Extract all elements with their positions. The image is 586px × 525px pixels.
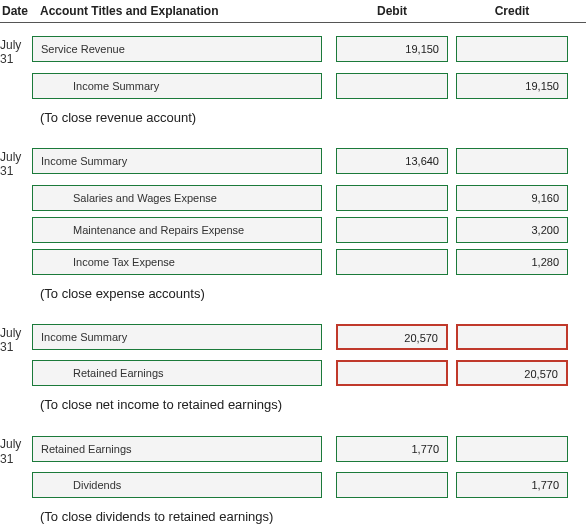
credit-cell	[452, 436, 572, 462]
debit-cell	[332, 249, 452, 275]
debit-input[interactable]: 19,150	[336, 36, 448, 62]
credit-cell: 9,160	[452, 185, 572, 211]
credit-cell	[452, 36, 572, 62]
debit-input[interactable]	[336, 73, 448, 99]
credit-cell: 19,150	[452, 73, 572, 99]
debit-input[interactable]: 1,770	[336, 436, 448, 462]
account-title-input[interactable]: Income Summary	[32, 73, 322, 99]
journal-line: Retained Earnings20,570	[0, 357, 586, 389]
entry-caption: (To close revenue account)	[0, 102, 586, 135]
date-cell	[0, 472, 32, 478]
debit-input[interactable]: 20,570	[336, 324, 448, 350]
debit-cell	[332, 472, 452, 498]
credit-input[interactable]: 1,770	[456, 472, 568, 498]
account-title-input[interactable]: Income Summary	[32, 148, 322, 174]
journal-line: Income Tax Expense1,280	[0, 246, 586, 278]
entry-group: July31Income Summary20,570Retained Earni…	[0, 311, 586, 423]
header-account: Account Titles and Explanation	[32, 4, 332, 18]
journal-line: Income Summary19,150	[0, 70, 586, 102]
header-debit: Debit	[332, 4, 452, 18]
entry-group: July31Retained Earnings1,770Dividends1,7…	[0, 422, 586, 525]
credit-cell: 3,200	[452, 217, 572, 243]
debit-cell	[332, 185, 452, 211]
journal-line: Salaries and Wages Expense9,160	[0, 182, 586, 214]
credit-input[interactable]: 20,570	[456, 360, 568, 386]
entry-caption: (To close expense accounts)	[0, 278, 586, 311]
date-cell: July31	[0, 431, 32, 466]
debit-cell: 20,570	[332, 324, 452, 350]
credit-cell: 20,570	[452, 360, 572, 386]
date-cell: July31	[0, 32, 32, 67]
account-title-input[interactable]: Service Revenue	[32, 36, 322, 62]
debit-input[interactable]	[336, 217, 448, 243]
credit-cell	[452, 324, 572, 350]
account-title-input[interactable]: Maintenance and Repairs Expense	[32, 217, 322, 243]
entry-group: July31Service Revenue19,150Income Summar…	[0, 23, 586, 135]
account-title-input[interactable]: Salaries and Wages Expense	[32, 185, 322, 211]
account-title-input[interactable]: Retained Earnings	[32, 360, 322, 386]
entry-caption: (To close dividends to retained earnings…	[0, 501, 586, 525]
account-title-input[interactable]: Income Tax Expense	[32, 249, 322, 275]
journal-line: July31Income Summary13,640	[0, 141, 586, 182]
account-cell: Retained Earnings	[32, 436, 332, 462]
account-cell: Income Tax Expense	[32, 249, 332, 275]
debit-input[interactable]: 13,640	[336, 148, 448, 174]
date-cell	[0, 360, 32, 366]
journal-line: July31Service Revenue19,150	[0, 29, 586, 70]
credit-input[interactable]: 19,150	[456, 73, 568, 99]
account-cell: Income Summary	[32, 324, 332, 350]
date-cell: July31	[0, 144, 32, 179]
credit-input[interactable]: 1,280	[456, 249, 568, 275]
journal-line: Dividends1,770	[0, 469, 586, 501]
debit-input[interactable]	[336, 472, 448, 498]
debit-cell: 1,770	[332, 436, 452, 462]
credit-cell	[452, 148, 572, 174]
account-cell: Service Revenue	[32, 36, 332, 62]
credit-cell: 1,280	[452, 249, 572, 275]
account-title-input[interactable]: Income Summary	[32, 324, 322, 350]
account-cell: Dividends	[32, 472, 332, 498]
credit-cell: 1,770	[452, 472, 572, 498]
date-cell	[0, 249, 32, 255]
account-title-input[interactable]: Dividends	[32, 472, 322, 498]
debit-cell	[332, 360, 452, 386]
table-header: Date Account Titles and Explanation Debi…	[0, 0, 586, 23]
debit-cell: 19,150	[332, 36, 452, 62]
credit-input[interactable]	[456, 36, 568, 62]
credit-input[interactable]: 3,200	[456, 217, 568, 243]
journal-line: July31Income Summary20,570	[0, 317, 586, 358]
debit-input[interactable]	[336, 185, 448, 211]
account-cell: Maintenance and Repairs Expense	[32, 217, 332, 243]
entry-group: July31Income Summary13,640Salaries and W…	[0, 135, 586, 311]
entry-caption: (To close net income to retained earning…	[0, 389, 586, 422]
account-cell: Retained Earnings	[32, 360, 332, 386]
credit-input[interactable]	[456, 324, 568, 350]
account-cell: Salaries and Wages Expense	[32, 185, 332, 211]
debit-cell: 13,640	[332, 148, 452, 174]
credit-input[interactable]	[456, 436, 568, 462]
debit-input[interactable]	[336, 249, 448, 275]
journal-line: July31Retained Earnings1,770	[0, 428, 586, 469]
header-date: Date	[0, 4, 32, 18]
account-cell: Income Summary	[32, 73, 332, 99]
credit-input[interactable]	[456, 148, 568, 174]
date-cell	[0, 73, 32, 79]
account-title-input[interactable]: Retained Earnings	[32, 436, 322, 462]
date-cell	[0, 217, 32, 223]
credit-input[interactable]: 9,160	[456, 185, 568, 211]
debit-cell	[332, 217, 452, 243]
date-cell: July31	[0, 320, 32, 355]
header-credit: Credit	[452, 4, 572, 18]
debit-input[interactable]	[336, 360, 448, 386]
account-cell: Income Summary	[32, 148, 332, 174]
journal-line: Maintenance and Repairs Expense3,200	[0, 214, 586, 246]
date-cell	[0, 185, 32, 191]
debit-cell	[332, 73, 452, 99]
journal-entries: July31Service Revenue19,150Income Summar…	[0, 23, 586, 525]
